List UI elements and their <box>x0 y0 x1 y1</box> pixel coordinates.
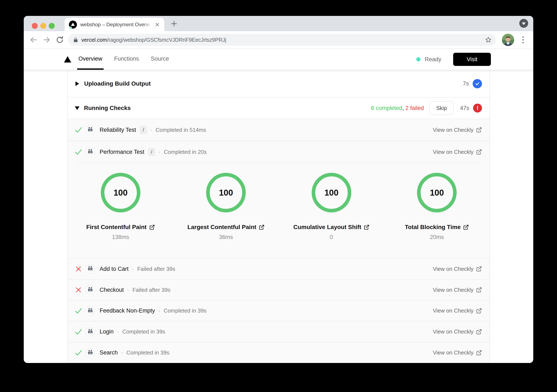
tab-title: webshop – Deployment Overvi <box>80 21 153 28</box>
build-steps-card: Uploading Build Output 7s Running Checks… <box>67 70 490 363</box>
external-link-icon <box>476 308 482 314</box>
metric-link[interactable]: First Contentful Paint <box>86 224 155 230</box>
chevron-down-icon <box>522 23 526 25</box>
check-row-login: Login · Completed in 39s View on Checkly <box>68 321 490 343</box>
view-on-checkly-link[interactable]: View on Checkly <box>433 287 482 293</box>
skip-button[interactable]: Skip <box>429 101 454 115</box>
step-running-checks[interactable]: Running Checks 6 completed, 2 failed Ski… <box>68 98 490 119</box>
reload-icon[interactable] <box>55 35 65 44</box>
check-result: Completed in 20s <box>164 149 207 155</box>
checkly-raccoon-icon <box>86 147 95 157</box>
metric-total-blocking-time: 100 Total Blocking Time 20ms <box>384 172 490 258</box>
tab-functions[interactable]: Functions <box>113 49 140 70</box>
vercel-favicon-icon <box>69 21 77 29</box>
check-result: Completed in 39s <box>164 307 206 314</box>
vercel-logo-icon[interactable] <box>64 56 71 63</box>
tab-source[interactable]: Source <box>150 49 170 70</box>
tab-search-button[interactable] <box>519 19 528 28</box>
checks-list: Reliability Test / · Completed in 514ms … <box>68 119 490 363</box>
external-link-icon <box>364 224 369 230</box>
view-on-checkly-link[interactable]: View on Checkly <box>433 127 482 133</box>
profile-avatar[interactable] <box>502 34 514 46</box>
check-row-performance: Performance Test / · Completed in 20s Vi… <box>68 141 490 163</box>
browser-tab[interactable]: webshop – Deployment Overvi <box>65 18 164 31</box>
check-name: Reliability Test <box>100 127 136 133</box>
step-success-badge <box>473 79 482 88</box>
forward-icon[interactable] <box>42 35 51 44</box>
window-controls <box>32 23 55 29</box>
view-on-checkly-link[interactable]: View on Checkly <box>433 328 482 335</box>
url-domain: vercel.com <box>81 37 107 43</box>
url-text: vercel.com/ragog/webshop/GSCfsmcVJDRriF9… <box>81 37 482 43</box>
view-on-checkly-link[interactable]: View on Checkly <box>433 266 482 272</box>
browser-window: webshop – Deployment Overvi <box>24 16 533 363</box>
checkly-raccoon-icon <box>86 348 95 358</box>
checkly-raccoon-icon <box>86 327 95 336</box>
step-duration: 7s <box>463 80 469 87</box>
check-name: Performance Test <box>100 149 144 155</box>
checks-summary: 6 completed, 2 failed <box>371 105 424 111</box>
external-link-icon <box>476 329 482 335</box>
step-uploading-build-output[interactable]: Uploading Build Output 7s <box>68 70 490 98</box>
view-on-checkly-link[interactable]: View on Checkly <box>433 307 482 314</box>
score-ring: 100 <box>417 172 457 213</box>
metric-cumulative-layout-shift: 100 Cumulative Layout Shift 0 <box>279 172 384 258</box>
check-row-add-to-cart: Add to Cart · Failed after 39s View on C… <box>68 259 490 280</box>
check-name: Feedback Non-Empty <box>100 307 155 314</box>
check-row-reliability: Reliability Test / · Completed in 514ms … <box>68 119 490 141</box>
check-name: Login <box>100 328 114 335</box>
external-link-icon <box>476 266 482 272</box>
external-link-icon <box>463 224 469 230</box>
browser-menu-icon[interactable] <box>519 35 527 44</box>
metric-first-contentful-paint: 100 First Contentful Paint 138ms <box>68 172 173 258</box>
back-icon[interactable] <box>29 35 38 44</box>
browser-toolbar: vercel.com/ragog/webshop/GSCfsmcVJDRriF9… <box>24 31 533 49</box>
bookmark-star-icon[interactable] <box>485 36 492 43</box>
visit-button[interactable]: Visit <box>453 53 491 66</box>
status-dot-icon <box>416 57 420 61</box>
check-name: Checkout <box>100 287 124 293</box>
checkly-raccoon-icon <box>86 285 95 294</box>
minimize-window-button[interactable] <box>40 23 46 29</box>
metric-largest-contentful-paint: 100 Largest Contentful Paint 36ms <box>173 172 279 258</box>
check-success-icon <box>75 148 82 156</box>
metric-link[interactable]: Total Blocking Time <box>405 224 469 230</box>
tab-overview[interactable]: Overview <box>77 49 104 70</box>
external-link-icon <box>476 350 482 356</box>
check-path-badge: / <box>148 148 155 156</box>
url-path: /ragog/webshop/GSCfsmcVJDRriF9EecJrtsz9P… <box>107 37 226 43</box>
checkly-raccoon-icon <box>86 306 95 316</box>
check-result: Completed in 39s <box>127 349 169 356</box>
check-result: Failed after 39s <box>137 266 175 272</box>
nav-right: Ready Visit <box>416 49 491 70</box>
check-row-feedback-non-empty: Feedback Non-Empty · Completed in 39s Vi… <box>68 301 490 321</box>
failed-count: 2 failed <box>405 105 424 111</box>
zoom-window-button[interactable] <box>49 23 55 29</box>
view-on-checkly-link[interactable]: View on Checkly <box>433 349 482 356</box>
external-link-icon <box>259 224 264 230</box>
step-title: Running Checks <box>84 105 131 111</box>
view-on-checkly-link[interactable]: View on Checkly <box>433 149 482 155</box>
external-link-icon <box>149 224 155 230</box>
new-tab-button[interactable] <box>170 20 178 28</box>
metric-link[interactable]: Largest Contentful Paint <box>187 224 264 230</box>
check-success-icon <box>75 126 82 134</box>
close-window-button[interactable] <box>32 23 38 29</box>
check-result: Failed after 39s <box>132 287 170 293</box>
metric-value: 20ms <box>430 234 444 240</box>
check-failed-icon <box>75 286 82 294</box>
nav-tabs: Overview Functions Source <box>77 49 170 70</box>
metric-link[interactable]: Cumulative Layout Shift <box>293 224 369 230</box>
score-ring: 100 <box>311 172 352 213</box>
metric-value: 0 <box>330 234 333 240</box>
tab-strip: webshop – Deployment Overvi <box>24 16 533 31</box>
caret-down-icon <box>75 106 80 110</box>
check-result: Completed in 514ms <box>156 127 206 133</box>
url-address-bar[interactable]: vercel.com/ragog/webshop/GSCfsmcVJDRriF9… <box>68 34 496 46</box>
tab-close-icon[interactable] <box>154 21 160 28</box>
external-link-icon <box>476 127 482 133</box>
check-failed-icon <box>75 265 82 273</box>
check-result: Completed in 39s <box>122 328 165 335</box>
caret-right-icon <box>75 81 79 86</box>
checkly-raccoon-icon <box>86 125 95 135</box>
